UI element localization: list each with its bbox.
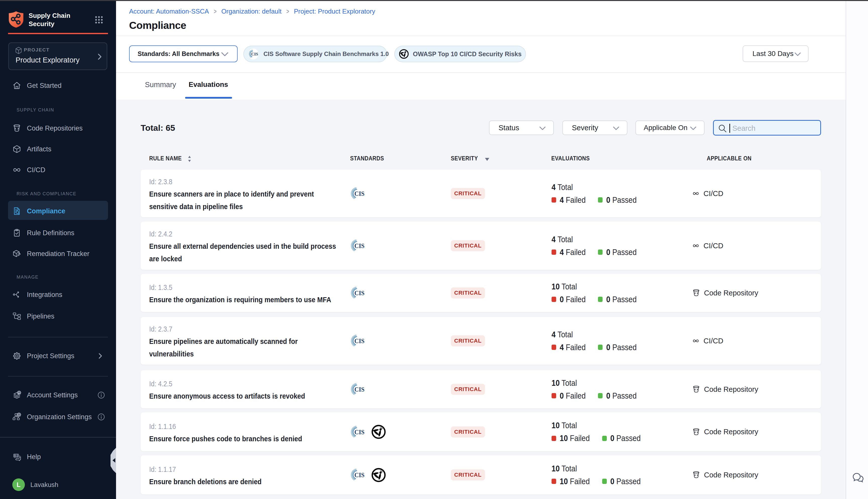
svg-text:CIS: CIS (354, 428, 364, 435)
svg-text:CIS: CIS (354, 242, 364, 249)
svg-text:CIS: CIS (251, 52, 258, 57)
svg-text:CIS: CIS (354, 290, 364, 296)
svg-text:CIS: CIS (354, 190, 364, 197)
svg-text:CIS: CIS (354, 472, 364, 478)
svg-text:?: ? (15, 454, 17, 458)
svg-text:CIS: CIS (354, 338, 364, 344)
svg-text:CIS: CIS (354, 386, 364, 393)
